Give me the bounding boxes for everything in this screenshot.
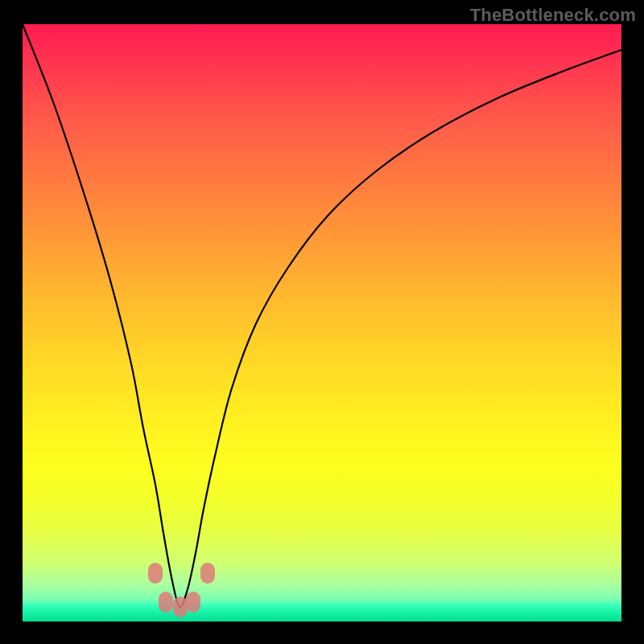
curve-svg: [23, 24, 621, 621]
curve-marker: [148, 563, 163, 584]
curve-marker: [200, 563, 215, 584]
curve-marker: [159, 592, 173, 613]
curve-marker: [173, 597, 188, 617]
curve-marker: [186, 592, 200, 613]
plot-area: [23, 24, 621, 621]
bottleneck-curve: [23, 24, 621, 607]
curve-markers: [148, 563, 215, 617]
watermark-text: TheBottleneck.com: [470, 5, 636, 26]
chart-frame: TheBottleneck.com: [0, 0, 644, 644]
